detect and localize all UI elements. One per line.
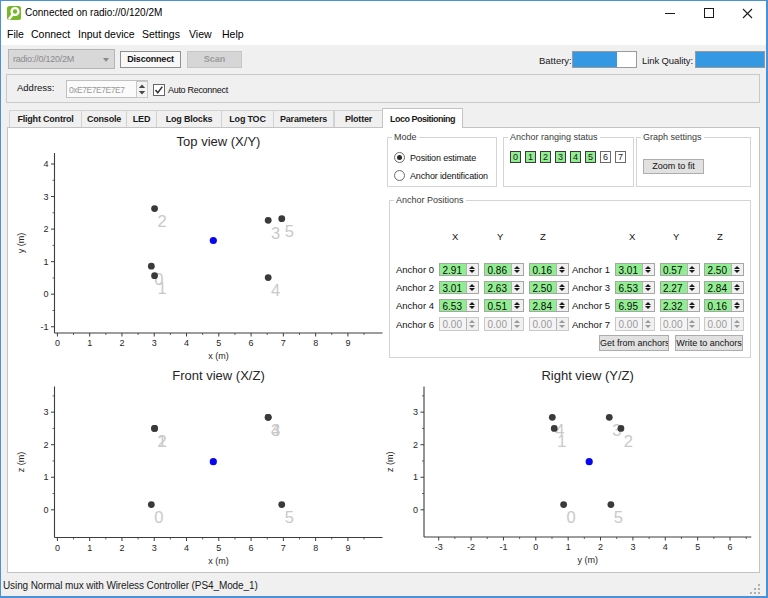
svg-text:8: 8 (313, 338, 318, 348)
svg-text:0: 0 (55, 338, 60, 348)
svg-text:8: 8 (313, 543, 318, 553)
svg-text:1: 1 (87, 543, 92, 553)
svg-text:6: 6 (249, 543, 254, 553)
svg-text:1: 1 (87, 338, 92, 348)
svg-text:5: 5 (216, 543, 221, 553)
svg-text:4: 4 (43, 159, 48, 169)
svg-text:2: 2 (157, 432, 166, 450)
svg-text:5: 5 (285, 508, 294, 526)
svg-text:4: 4 (271, 281, 280, 299)
svg-text:1: 1 (566, 542, 571, 552)
svg-text:3: 3 (630, 542, 635, 552)
svg-text:x (m): x (m) (208, 556, 229, 566)
svg-text:-2: -2 (467, 542, 475, 552)
svg-text:Right view (Y/Z): Right view (Y/Z) (541, 368, 633, 383)
svg-text:1: 1 (157, 279, 166, 297)
svg-text:3: 3 (152, 338, 157, 348)
svg-text:4: 4 (271, 421, 280, 439)
svg-text:6: 6 (249, 338, 254, 348)
svg-text:-1: -1 (499, 542, 507, 552)
svg-text:7: 7 (281, 338, 286, 348)
svg-text:5: 5 (695, 542, 700, 552)
svg-text:Front view (X/Z): Front view (X/Z) (172, 368, 264, 383)
svg-text:0: 0 (413, 505, 418, 515)
svg-text:3: 3 (271, 224, 280, 242)
svg-text:2: 2 (598, 542, 603, 552)
svg-text:3: 3 (152, 543, 157, 553)
svg-text:5: 5 (285, 222, 294, 240)
svg-text:0: 0 (567, 508, 576, 526)
svg-text:0: 0 (43, 505, 48, 515)
svg-text:2: 2 (43, 224, 48, 234)
svg-text:3: 3 (413, 407, 418, 417)
svg-text:3: 3 (43, 407, 48, 417)
svg-text:4: 4 (663, 542, 668, 552)
svg-text:-3: -3 (435, 542, 443, 552)
svg-text:1: 1 (43, 472, 48, 482)
svg-text:0: 0 (533, 542, 538, 552)
svg-text:z (m): z (m) (385, 452, 395, 473)
svg-text:1: 1 (43, 257, 48, 267)
svg-text:2: 2 (157, 212, 166, 230)
svg-text:2: 2 (43, 440, 48, 450)
svg-text:4: 4 (184, 338, 189, 348)
svg-text:9: 9 (345, 338, 350, 348)
svg-text:2: 2 (119, 543, 124, 553)
svg-text:0: 0 (55, 543, 60, 553)
svg-text:5: 5 (614, 508, 623, 526)
svg-text:6: 6 (728, 542, 733, 552)
svg-text:9: 9 (345, 543, 350, 553)
svg-text:z (m): z (m) (16, 452, 26, 473)
svg-text:0: 0 (154, 508, 163, 526)
svg-text:Top view (X/Y): Top view (X/Y) (177, 134, 261, 149)
svg-text:3: 3 (43, 192, 48, 202)
svg-text:0: 0 (43, 289, 48, 299)
svg-text:2: 2 (624, 432, 633, 450)
svg-text:2: 2 (119, 338, 124, 348)
svg-text:2: 2 (413, 440, 418, 450)
svg-text:5: 5 (216, 338, 221, 348)
svg-text:7: 7 (281, 543, 286, 553)
svg-text:1: 1 (413, 472, 418, 482)
svg-text:y (m): y (m) (16, 233, 26, 254)
svg-text:y (m): y (m) (577, 555, 598, 565)
svg-text:4: 4 (184, 543, 189, 553)
svg-text:x (m): x (m) (208, 351, 229, 361)
svg-text:-1: -1 (40, 322, 48, 332)
